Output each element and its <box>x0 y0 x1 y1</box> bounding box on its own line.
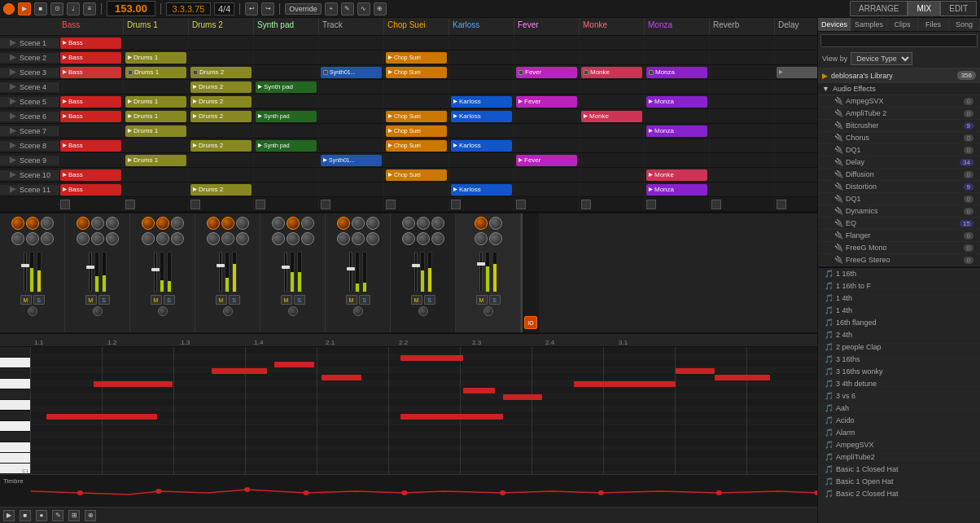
mute-button[interactable]: M <box>85 295 97 305</box>
send-knob[interactable] <box>236 217 249 230</box>
clip[interactable]: Bass <box>60 111 121 122</box>
tempo-display[interactable]: 153.00 <box>107 1 155 16</box>
io-button[interactable]: IO <box>524 316 537 329</box>
solo-button[interactable]: S <box>164 295 175 305</box>
eq-knob[interactable] <box>402 232 415 245</box>
send-knob-2[interactable] <box>26 217 39 230</box>
override-button[interactable]: Override <box>285 3 322 15</box>
tab-devices[interactable]: Devices <box>818 18 851 31</box>
scene-play-2[interactable] <box>10 55 16 61</box>
preset-1-4th-1[interactable]: 🎵1 4th <box>818 292 980 305</box>
scene-label-1[interactable]: Scene 1 <box>0 38 59 48</box>
piano-key[interactable] <box>0 453 30 464</box>
scene-label-10[interactable]: Scene 10 <box>0 170 59 180</box>
scene-label-9[interactable]: Scene 9 <box>0 156 59 165</box>
clip[interactable]: Drums 1 <box>125 67 186 78</box>
solo-button[interactable]: S <box>229 295 240 305</box>
device-item-dq1[interactable]: 🔌DQ1 0 <box>818 144 980 156</box>
preset-2-people-clap[interactable]: 🎵2 people Clap <box>818 341 980 354</box>
note-block[interactable] <box>274 362 313 367</box>
mute-button[interactable]: M <box>216 295 227 305</box>
piano-key[interactable] <box>0 421 30 432</box>
fader-handle[interactable] <box>282 266 290 269</box>
send-knob[interactable] <box>489 217 502 230</box>
eq-knob[interactable] <box>91 232 104 245</box>
send-knob[interactable] <box>417 217 430 230</box>
fader-handle[interactable] <box>21 264 29 267</box>
tab-edit[interactable]: EDIT <box>940 1 977 16</box>
position-display[interactable]: 3.3.3.75 <box>166 2 211 15</box>
scene-label-11[interactable]: Scene 11 <box>0 185 59 195</box>
clip[interactable]: Bass <box>60 96 121 108</box>
piano-key[interactable] <box>0 400 30 411</box>
note-block[interactable] <box>322 375 361 380</box>
clip[interactable]: Drums 1 <box>125 125 186 137</box>
send-knob-1[interactable] <box>11 217 24 230</box>
preset-3-vs-6[interactable]: 🎵3 vs 6 <box>818 390 980 402</box>
fader-track[interactable] <box>284 252 287 292</box>
solo-button[interactable]: S <box>359 295 370 305</box>
clip[interactable]: Monza <box>646 67 707 78</box>
pan-knob[interactable] <box>93 306 103 316</box>
roll-zoom-btn[interactable]: ⊕ <box>85 510 96 521</box>
fader-handle[interactable] <box>412 264 420 267</box>
clip[interactable]: Chop Suei <box>386 140 447 152</box>
fader-handle[interactable] <box>217 264 225 267</box>
piano-key[interactable] <box>0 442 30 453</box>
device-item-amplitube2[interactable]: 🔌AmpliTube 2 0 <box>818 108 980 120</box>
note-block[interactable] <box>574 381 676 387</box>
clip[interactable]: Chop Suei <box>386 111 447 122</box>
eq-knob[interactable] <box>337 232 350 245</box>
tab-song[interactable]: Song <box>949 18 980 31</box>
preset-16th-flanged[interactable]: 🎵16th flanged <box>818 317 980 329</box>
stop-btn[interactable] <box>386 200 396 209</box>
note-block[interactable] <box>676 368 715 374</box>
eq-knob[interactable] <box>77 232 90 245</box>
send-knob[interactable] <box>142 217 155 230</box>
clip[interactable]: Chop Suei <box>386 67 447 78</box>
clip[interactable]: Karloss <box>451 96 512 108</box>
fader-track[interactable] <box>349 252 352 292</box>
device-item-diffusion[interactable]: 🔌Diffusion 0 <box>818 169 980 181</box>
pencil-button[interactable]: ✎ <box>341 2 354 15</box>
send-knob[interactable] <box>475 217 488 230</box>
clip[interactable]: Synth pad <box>256 140 317 152</box>
preset-1-16th-f[interactable]: 🎵1 16th to F <box>818 280 980 292</box>
scene-label-7[interactable]: Scene 7 <box>0 126 59 136</box>
pan-knob[interactable] <box>288 306 298 316</box>
roll-pencil-btn[interactable]: ✎ <box>52 510 63 521</box>
preset-aah[interactable]: 🎵Aah <box>818 402 980 415</box>
preset-alarm[interactable]: 🎵Alarm <box>818 427 980 439</box>
fader-handle[interactable] <box>151 268 160 271</box>
preset-acido[interactable]: 🎵Acido <box>818 415 980 427</box>
send-knob[interactable] <box>352 217 365 230</box>
solo-button[interactable]: S <box>489 295 501 305</box>
clip[interactable]: Monza <box>646 184 707 196</box>
fader-track[interactable] <box>89 252 92 292</box>
send-knob[interactable] <box>301 217 314 230</box>
fader-handle[interactable] <box>477 262 485 266</box>
pan-knob[interactable] <box>353 306 363 316</box>
eq-knob-2[interactable] <box>26 232 39 245</box>
mute-button[interactable]: M <box>476 295 488 305</box>
record-button[interactable] <box>3 3 15 15</box>
stop-button[interactable]: ■ <box>34 2 47 15</box>
note-block[interactable] <box>212 368 267 374</box>
eq-knob[interactable] <box>431 232 444 245</box>
clip[interactable]: Drums 2 <box>190 67 252 78</box>
preset-basic-1-closed[interactable]: 🎵Basic 1 Closed Hat <box>818 464 980 476</box>
eq-knob[interactable] <box>142 232 155 245</box>
device-item-chorus[interactable]: 🔌Chorus 0 <box>818 132 980 144</box>
undo-button[interactable]: ↩ <box>245 2 258 15</box>
clip[interactable]: Drums 1 <box>125 111 186 122</box>
send-knob-3[interactable] <box>41 217 54 230</box>
preset-3-16ths[interactable]: 🎵3 16ths <box>818 354 980 366</box>
scene-play-1[interactable] <box>10 40 16 46</box>
fader-track[interactable] <box>24 252 27 292</box>
send-knob[interactable] <box>337 217 350 230</box>
play-button[interactable]: ▶ <box>18 2 31 15</box>
send-knob[interactable] <box>156 217 169 230</box>
send-knob[interactable] <box>272 217 285 230</box>
clip[interactable]: Chop Suei <box>386 125 447 137</box>
note-block[interactable] <box>463 388 495 393</box>
